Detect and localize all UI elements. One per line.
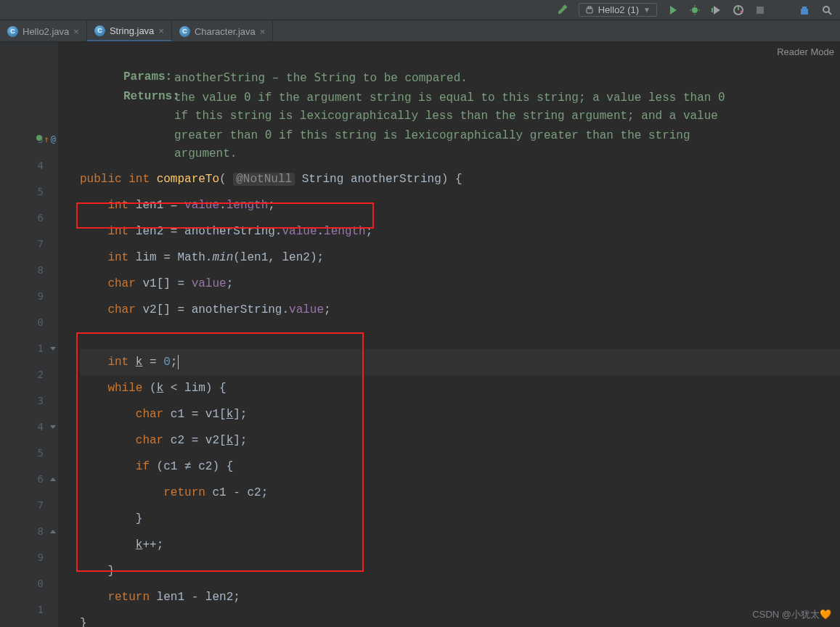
stop-icon — [754, 4, 766, 16]
code-line: char v2[] = anotherString.value; — [80, 297, 840, 323]
svg-line-15 — [828, 12, 831, 15]
top-toolbar: Hello2 (1) ▼ — [0, 0, 840, 20]
tab-character[interactable]: C Character.java × — [172, 21, 273, 41]
code-line — [80, 323, 840, 349]
profiler-icon[interactable] — [733, 4, 744, 16]
fold-icon[interactable] — [50, 425, 56, 429]
svg-point-14 — [823, 7, 829, 12]
doc-params-text: anotherString – the String to be compare… — [174, 68, 468, 88]
run-config-label: Hello2 (1) — [598, 4, 639, 15]
code-line: char c1 = v1[k]; — [80, 401, 840, 427]
code-line: } — [80, 558, 840, 584]
code-line: int len1 = value.length; — [80, 192, 840, 218]
doc-returns-label: Returns: — [123, 88, 167, 163]
fold-icon[interactable] — [50, 478, 56, 481]
modified-icon — [36, 134, 43, 142]
run-config-select[interactable]: Hello2 (1) ▼ — [579, 3, 657, 17]
tab-string[interactable]: C String.java × — [87, 21, 172, 41]
svg-rect-8 — [711, 8, 713, 12]
code-line-caret: int k = 0; — [80, 349, 840, 375]
line-gutter[interactable]: 3 ↑@ 4 5 6 7 8 9 0 1 2 3 4 5 6 7 8 9 0 1 — [0, 42, 58, 627]
svg-rect-13 — [802, 7, 807, 9]
doc-returns-text: the value 0 if the argument string is eq… — [174, 88, 741, 163]
code-area[interactable]: Params: anotherString – the String to be… — [58, 42, 840, 627]
update-icon[interactable] — [799, 4, 811, 16]
svg-rect-12 — [801, 9, 808, 15]
text-caret — [178, 355, 179, 369]
editor-tabs: C Hello2.java × C String.java × C Charac… — [0, 20, 840, 42]
code-line: public int compareTo( @NotNull String an… — [80, 166, 840, 192]
close-icon[interactable]: × — [73, 26, 79, 37]
watermark: CSDN @小犹太🧡 — [752, 608, 831, 621]
code-line: } — [80, 610, 840, 627]
run-icon[interactable] — [667, 4, 679, 16]
doc-params-label: Params: — [123, 68, 167, 88]
svg-point-3 — [692, 7, 698, 13]
code-line: return c1 - c2; — [80, 480, 840, 506]
tab-hello2[interactable]: C Hello2.java × — [0, 21, 87, 41]
code-line: if (c1 ≠ c2) { — [80, 454, 840, 480]
class-icon: C — [7, 26, 18, 37]
class-icon: C — [94, 25, 105, 36]
chevron-down-icon: ▼ — [643, 6, 651, 14]
close-icon[interactable]: × — [260, 26, 266, 37]
svg-point-10 — [741, 10, 743, 12]
fold-icon[interactable] — [50, 530, 56, 533]
fold-icon[interactable] — [50, 347, 56, 351]
hammer-icon[interactable] — [557, 4, 568, 16]
code-line: } — [80, 506, 840, 532]
editor: 3 ↑@ 4 5 6 7 8 9 0 1 2 3 4 5 6 7 8 9 0 1… — [0, 42, 840, 627]
javadoc-block: Params: anotherString – the String to be… — [80, 62, 840, 166]
code-line: while (k < lim) { — [80, 375, 840, 401]
svg-rect-11 — [757, 7, 764, 14]
code-line: return len1 - len2; — [80, 584, 840, 610]
code-line: char c2 = v2[k]; — [80, 427, 840, 454]
code-line: char v1[] = value; — [80, 271, 840, 297]
close-icon[interactable]: × — [158, 25, 164, 36]
override-icon[interactable]: @ — [51, 134, 56, 144]
search-icon[interactable] — [821, 4, 833, 16]
coverage-icon[interactable] — [711, 4, 722, 16]
code-line: int lim = Math.min(len1, len2); — [80, 245, 840, 271]
impl-up-icon[interactable]: ↑ — [44, 134, 49, 144]
code-line: int len2 = anotherString.value.length; — [80, 218, 840, 245]
class-icon: C — [179, 26, 190, 37]
debug-icon[interactable] — [689, 4, 701, 16]
svg-point-16 — [36, 135, 42, 141]
code-line: k++; — [80, 532, 840, 558]
